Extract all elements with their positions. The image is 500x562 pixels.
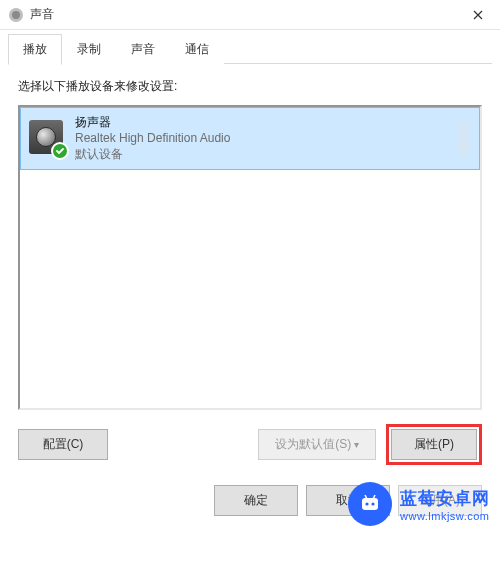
ok-button[interactable]: 确定 bbox=[214, 485, 298, 516]
device-name: 扬声器 bbox=[75, 114, 447, 130]
titlebar: 声音 bbox=[0, 0, 500, 30]
window-title: 声音 bbox=[30, 6, 455, 23]
device-item[interactable]: 扬声器 Realtek High Definition Audio 默认设备 bbox=[20, 107, 480, 170]
svg-point-1 bbox=[12, 11, 20, 19]
playback-panel: 选择以下播放设备来修改设置: 扬声器 Realtek High Definiti… bbox=[0, 64, 500, 475]
tab-sounds[interactable]: 声音 bbox=[116, 34, 170, 64]
default-check-icon bbox=[51, 142, 69, 160]
properties-button[interactable]: 属性(P) bbox=[391, 429, 477, 460]
panel-buttons: 配置(C) 设为默认值(S) 属性(P) bbox=[18, 424, 482, 465]
volume-meter bbox=[457, 122, 469, 155]
close-button[interactable] bbox=[455, 0, 500, 30]
sound-icon bbox=[8, 7, 24, 23]
configure-button[interactable]: 配置(C) bbox=[18, 429, 108, 460]
device-list[interactable]: 扬声器 Realtek High Definition Audio 默认设备 bbox=[18, 105, 482, 410]
set-default-button: 设为默认值(S) bbox=[258, 429, 376, 460]
tab-communications[interactable]: 通信 bbox=[170, 34, 224, 64]
tab-strip: 播放 录制 声音 通信 bbox=[0, 30, 500, 64]
cancel-button[interactable]: 取消 bbox=[306, 485, 390, 516]
device-icon bbox=[29, 120, 65, 156]
apply-button: 应用(A) bbox=[398, 485, 482, 516]
highlight-annotation: 属性(P) bbox=[386, 424, 482, 465]
device-status: 默认设备 bbox=[75, 146, 447, 162]
tab-recording[interactable]: 录制 bbox=[62, 34, 116, 64]
device-driver: Realtek High Definition Audio bbox=[75, 130, 447, 146]
tab-playback[interactable]: 播放 bbox=[8, 34, 62, 65]
device-text: 扬声器 Realtek High Definition Audio 默认设备 bbox=[75, 114, 447, 163]
dialog-footer: 确定 取消 应用(A) bbox=[0, 475, 500, 526]
instruction-text: 选择以下播放设备来修改设置: bbox=[18, 78, 482, 95]
